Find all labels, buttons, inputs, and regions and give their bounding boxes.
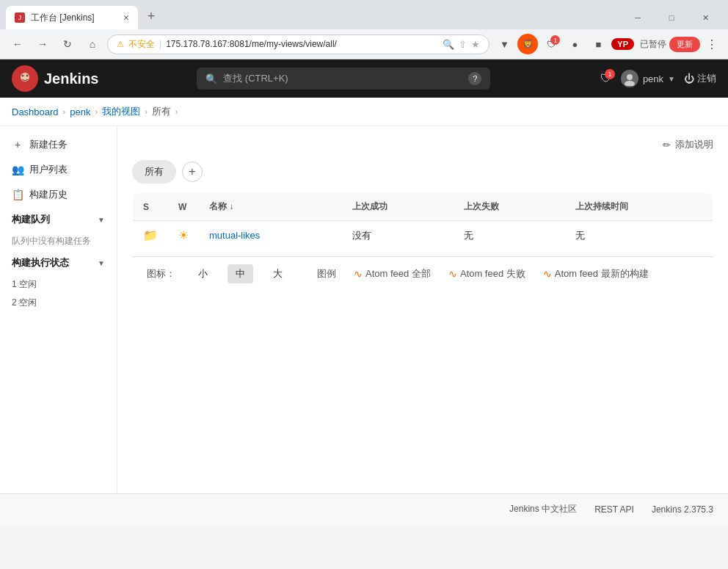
table-header-last-duration: 上次持续时间 xyxy=(565,193,713,221)
breadcrumb-dashboard[interactable]: Dashboard xyxy=(12,106,59,117)
forward-button[interactable]: → xyxy=(32,34,53,54)
breadcrumb-sep-2: › xyxy=(95,107,98,116)
logout-icon: ⏻ xyxy=(684,73,694,84)
tab-all[interactable]: 所有 xyxy=(132,160,176,184)
feed-failure-icon: ∿ xyxy=(448,268,457,280)
user-name: penk xyxy=(643,73,663,84)
job-name-cell: mutual-likes xyxy=(199,221,342,250)
icon-size-large[interactable]: 大 xyxy=(265,264,291,283)
shield-button[interactable]: 🛡 1 xyxy=(541,34,561,54)
job-link[interactable]: mutual-likes xyxy=(209,230,260,241)
user-list-label: 用户列表 xyxy=(29,163,68,176)
tab-close-icon[interactable]: × xyxy=(123,12,129,23)
feed-all-link[interactable]: ∿ Atom feed 全部 xyxy=(354,267,431,280)
content-area: ✏ 添加说明 所有 + S W 名称 ↓ xyxy=(117,126,728,493)
search-box[interactable]: 🔍 查找 (CTRL+K) ? xyxy=(197,68,490,90)
update-button[interactable]: 更新 xyxy=(669,37,700,52)
breadcrumb-sep-1: › xyxy=(63,107,66,116)
feed-latest-icon: ∿ xyxy=(543,268,552,280)
table-header-last-success: 上次成功 xyxy=(342,193,454,221)
breadcrumb: Dashboard › penk › 我的视图 › 所有 › xyxy=(0,98,728,126)
address-bar[interactable]: ⚠ 不安全 | 175.178.78.167:8081/me/my-views/… xyxy=(107,35,489,54)
breadcrumb-penk[interactable]: penk xyxy=(70,106,90,117)
search-icon: 🔍 xyxy=(205,73,217,84)
community-link[interactable]: Jenkins 中文社区 xyxy=(509,503,577,515)
jenkins-logo-text: Jenkins xyxy=(44,70,98,87)
browser-menu-button[interactable]: ⋮ xyxy=(703,35,721,54)
table-header-s: S xyxy=(133,193,169,221)
add-description-button[interactable]: ✏ 添加说明 xyxy=(663,138,713,151)
svg-point-3 xyxy=(26,75,29,77)
icon-size-medium[interactable]: 中 xyxy=(228,264,253,283)
feed-failure-label: Atom feed 失败 xyxy=(460,267,525,280)
breadcrumb-my-views[interactable]: 我的视图 xyxy=(102,105,140,118)
browser-tab[interactable]: J 工作台 [Jenkins] × xyxy=(6,6,138,29)
security-warning-icon: ⚠ xyxy=(117,40,124,49)
logout-button[interactable]: ⏻ 注销 xyxy=(684,72,716,85)
svg-point-4 xyxy=(627,74,633,80)
add-tab-button[interactable]: + xyxy=(182,162,203,182)
sidebar-item-user-list[interactable]: 👥 用户列表 xyxy=(0,157,117,182)
shield-badge: 1 xyxy=(605,69,615,79)
home-button[interactable]: ⌂ xyxy=(82,34,103,54)
user-avatar xyxy=(621,70,638,87)
toolbar-icons: ▼ 🦁 🛡 1 ● ■ YP 已暂停 更新 ⋮ xyxy=(494,34,721,54)
refresh-button[interactable]: ↻ xyxy=(57,34,78,54)
shield-icon[interactable]: 🛡 1 xyxy=(600,72,612,85)
feed-failure-link[interactable]: ∿ Atom feed 失败 xyxy=(448,267,525,280)
profile-icon[interactable]: ● xyxy=(564,34,585,54)
yp-badge[interactable]: YP xyxy=(611,38,634,50)
feed-latest-link[interactable]: ∿ Atom feed 最新的构建 xyxy=(543,267,649,280)
url-text: 175.178.78.167:8081/me/my-views/view/all… xyxy=(166,39,438,49)
search-help-icon[interactable]: ? xyxy=(468,72,481,85)
jenkins-logo-icon xyxy=(12,65,38,92)
paused-label: 已暂停 xyxy=(640,38,666,51)
build-history-label: 构建历史 xyxy=(29,188,68,201)
feed-all-icon: ∿ xyxy=(354,268,363,280)
jobs-table: S W 名称 ↓ 上次成功 上次失败 上次持续时间 📁 xyxy=(132,192,713,250)
executor-2: 2 空闲 xyxy=(0,294,117,312)
executor-expand-icon: ▼ xyxy=(98,259,105,267)
header-right: 🛡 1 penk ▼ ⏻ 注销 xyxy=(600,70,716,87)
logout-label: 注销 xyxy=(697,72,716,85)
close-button[interactable]: ✕ xyxy=(688,6,722,29)
feed-all-label: Atom feed 全部 xyxy=(365,267,431,280)
sidebar: + 新建任务 👥 用户列表 📋 构建历史 构建队列 ▼ 队列中没有构建任务 xyxy=(0,126,117,493)
build-history-icon: 📋 xyxy=(12,189,23,200)
yp-section: YP 已暂停 xyxy=(611,38,666,51)
sidebar-item-build-history[interactable]: 📋 构建历史 xyxy=(0,182,117,207)
table-header-w: W xyxy=(168,193,199,221)
user-dropdown-icon: ▼ xyxy=(668,75,675,83)
jenkins-header: Jenkins 🔍 查找 (CTRL+K) ? 🛡 1 pe xyxy=(0,59,728,98)
shield-count: 1 xyxy=(550,35,560,45)
queue-expand-icon: ▼ xyxy=(98,216,105,224)
jenkins-logo[interactable]: Jenkins xyxy=(12,65,98,92)
new-tab-button[interactable]: + xyxy=(141,6,161,26)
search-placeholder: 查找 (CTRL+K) xyxy=(223,72,288,85)
rest-api-link[interactable]: REST API xyxy=(594,504,634,515)
breadcrumb-sep-4: › xyxy=(175,107,178,116)
minimize-button[interactable]: ─ xyxy=(621,6,655,29)
svg-point-2 xyxy=(22,75,24,77)
jenkins-search[interactable]: 🔍 查找 (CTRL+K) ? xyxy=(197,68,490,90)
maximize-button[interactable]: □ xyxy=(655,6,688,29)
sidebar-section-executor[interactable]: 构建执行状态 ▼ xyxy=(0,250,117,275)
main-layout: + 新建任务 👥 用户列表 📋 构建历史 构建队列 ▼ 队列中没有构建任务 xyxy=(0,126,728,493)
sidebar-section-queue[interactable]: 构建队列 ▼ xyxy=(0,207,117,232)
brave-icon[interactable]: 🦁 xyxy=(517,34,538,54)
queue-empty-message: 队列中没有构建任务 xyxy=(0,232,117,250)
job-last-duration: 无 xyxy=(565,221,713,250)
executor-1: 1 空闲 xyxy=(0,275,117,294)
insecure-label: 不安全 xyxy=(128,38,155,51)
table-header-name[interactable]: 名称 ↓ xyxy=(199,193,342,221)
back-button[interactable]: ← xyxy=(7,34,28,54)
footer-bar: 图标： 小 中 大 图例 ∿ Atom feed 全部 ∿ Atom feed … xyxy=(132,256,713,291)
extensions-icon[interactable]: ▼ xyxy=(494,34,514,54)
sidebar-icon[interactable]: ■ xyxy=(588,34,608,54)
icon-size-label: 图标： xyxy=(147,267,175,280)
user-menu[interactable]: penk ▼ xyxy=(621,70,675,87)
sidebar-item-new-task[interactable]: + 新建任务 xyxy=(0,132,117,157)
job-last-failure: 无 xyxy=(454,221,565,250)
table-row: 📁 ☀ mutual-likes 没有 无 无 xyxy=(133,221,713,250)
icon-size-small[interactable]: 小 xyxy=(190,264,216,283)
